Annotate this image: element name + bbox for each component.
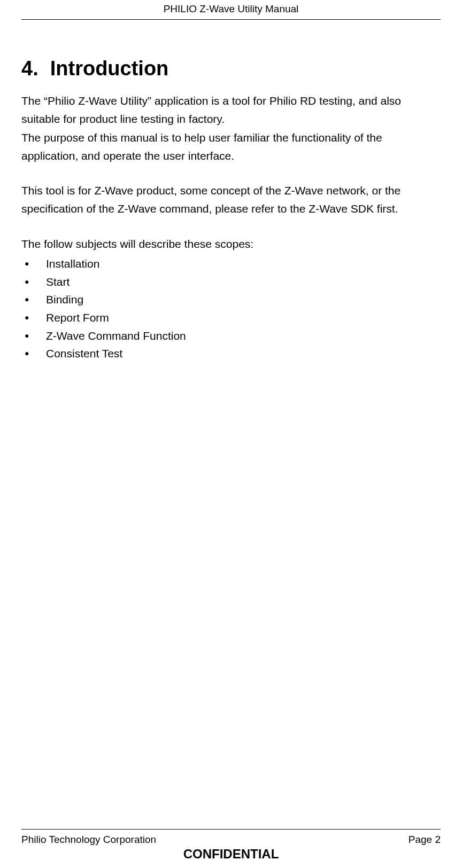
footer-line: Philio Technology Corporation Page 2 [21,830,441,846]
page-content: 4.Introduction The “Philio Z-Wave Utilit… [21,20,441,827]
page-header: PHILIO Z-Wave Utility Manual [21,0,441,20]
scope-list: Installation Start Binding Report Form Z… [21,255,441,363]
section-title: Introduction [50,57,169,80]
list-item: Installation [21,255,441,273]
paragraph-1: The “Philio Z-Wave Utility” application … [21,92,441,128]
paragraph-block-2: This tool is for Z-Wave product, some co… [21,182,441,217]
section-heading: 4.Introduction [21,57,441,80]
paragraph-3: This tool is for Z-Wave product, some co… [21,182,441,217]
footer-page-number: Page 2 [409,834,441,846]
list-item: Consistent Test [21,345,441,363]
list-item: Binding [21,291,441,309]
footer-company: Philio Technology Corporation [21,834,156,846]
header-title: PHILIO Z-Wave Utility Manual [164,3,299,14]
page-footer: Philio Technology Corporation Page 2 CON… [21,827,441,868]
list-item: Report Form [21,309,441,327]
paragraph-block-1: The “Philio Z-Wave Utility” application … [21,92,441,165]
paragraph-2: The purpose of this manual is to help us… [21,129,441,165]
list-item: Z-Wave Command Function [21,327,441,345]
paragraph-4: The follow subjects will describe these … [21,235,441,253]
list-item: Start [21,273,441,291]
confidential-label: CONFIDENTIAL [21,847,441,862]
section-number: 4. [21,57,38,80]
page: PHILIO Z-Wave Utility Manual 4.Introduct… [0,0,462,868]
